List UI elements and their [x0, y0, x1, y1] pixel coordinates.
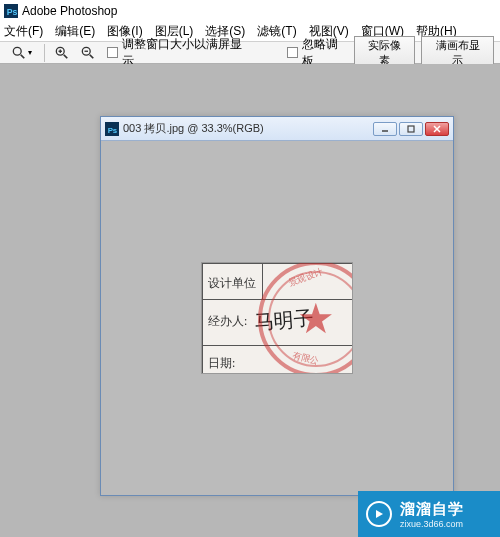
fit-window-checkbox[interactable] [107, 47, 118, 58]
svg-line-3 [21, 54, 25, 58]
minimize-button[interactable] [373, 122, 397, 136]
image-content: 设计单位 经办人: 日期: 马明子 ★ 景观设计 有限公 [201, 262, 353, 374]
play-icon [366, 501, 392, 527]
stamp-text-top: 景观设计 [287, 265, 325, 290]
workspace: Ps 003 拷贝.jpg @ 33.3%(RGB) [0, 64, 500, 537]
document-title: 003 拷贝.jpg @ 33.3%(RGB) [123, 121, 369, 136]
divider [44, 44, 45, 62]
svg-rect-14 [408, 126, 414, 132]
app-title: Adobe Photoshop [22, 4, 117, 18]
zoom-tool-dropdown[interactable]: ▾ [6, 44, 38, 62]
close-button[interactable] [425, 122, 449, 136]
zoom-in-button[interactable] [51, 44, 73, 62]
svg-point-2 [13, 47, 21, 55]
svg-text:Ps: Ps [7, 7, 18, 17]
form-label-design-unit: 设计单位 [208, 275, 256, 292]
document-canvas[interactable]: 设计单位 经办人: 日期: 马明子 ★ 景观设计 有限公 [101, 141, 453, 495]
svg-marker-17 [376, 510, 383, 518]
ignore-palettes-checkbox[interactable] [287, 47, 298, 58]
maximize-button[interactable] [399, 122, 423, 136]
form-label-handler: 经办人: [208, 313, 247, 330]
menu-file[interactable]: 文件(F) [4, 23, 43, 40]
zoom-out-button[interactable] [77, 44, 99, 62]
form-label-date: 日期: [208, 355, 235, 372]
stamp-text-bottom: 有限公 [291, 349, 320, 368]
menu-edit[interactable]: 编辑(E) [55, 23, 95, 40]
watermark-brand: 溜溜自学 [400, 500, 464, 519]
app-titlebar: Ps Adobe Photoshop [0, 0, 500, 22]
star-icon: ★ [297, 298, 335, 340]
svg-line-7 [64, 54, 68, 58]
svg-line-10 [89, 54, 93, 58]
watermark: 溜溜自学 zixue.3d66.com [358, 491, 500, 537]
red-stamp: ★ 景观设计 有限公 [258, 262, 353, 374]
watermark-url: zixue.3d66.com [400, 519, 464, 529]
document-window[interactable]: Ps 003 拷贝.jpg @ 33.3%(RGB) [100, 116, 454, 496]
document-titlebar[interactable]: Ps 003 拷贝.jpg @ 33.3%(RGB) [101, 117, 453, 141]
options-bar: ▾ 调整窗口大小以满屏显示 忽略调板 实际像素 满画布显示 [0, 42, 500, 64]
document-icon: Ps [105, 122, 119, 136]
svg-text:Ps: Ps [108, 125, 118, 134]
photoshop-icon: Ps [4, 4, 18, 18]
